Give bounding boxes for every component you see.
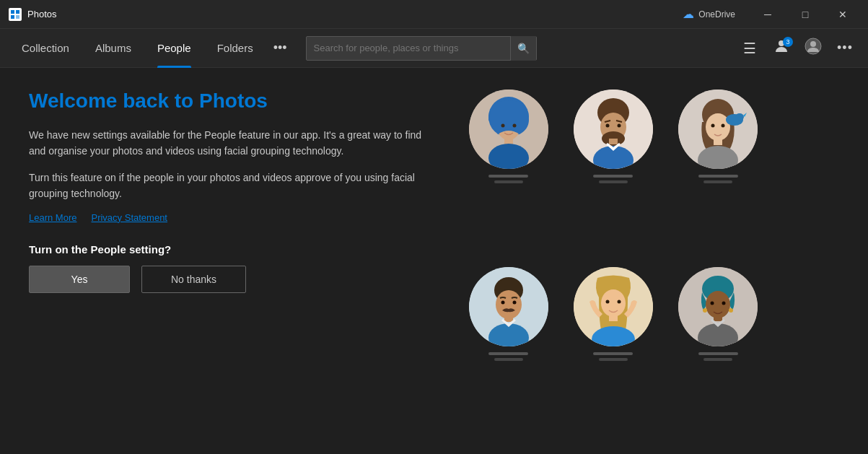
svg-point-31 — [711, 124, 715, 128]
setting-question: Turn on the People setting? — [29, 243, 433, 256]
avatar-lines-3 — [698, 175, 738, 183]
svg-point-39 — [512, 300, 516, 304]
svg-point-53 — [703, 308, 707, 313]
account-button[interactable] — [799, 34, 828, 63]
app-title: Photos — [27, 9, 56, 19]
main-content: Welcome back to Photos We have new setti… — [0, 68, 868, 454]
welcome-desc-2: Turn this feature on if the people in yo… — [29, 170, 433, 202]
svg-rect-2 — [11, 15, 14, 19]
avatar-card-3 — [672, 90, 765, 256]
no-thanks-button[interactable]: No thanks — [141, 266, 246, 293]
svg-point-38 — [501, 300, 504, 304]
welcome-title: Welcome back to Photos — [29, 90, 433, 113]
avatar-card-5 — [566, 267, 659, 433]
search-icon: 🔍 — [517, 43, 530, 54]
avatar-lines-2 — [593, 175, 633, 183]
svg-rect-43 — [609, 314, 618, 321]
left-panel: Welcome back to Photos We have new setti… — [29, 90, 433, 432]
svg-point-15 — [512, 124, 516, 128]
sort-icon: ☰ — [743, 40, 756, 57]
nav-right-icons: ☰ 3 3 ••• — [735, 34, 859, 63]
svg-point-26 — [706, 113, 730, 141]
avatar-lines-6 — [698, 352, 738, 361]
avatar-card-1 — [462, 90, 555, 256]
svg-rect-49 — [714, 315, 722, 321]
avatar-circle-3 — [678, 90, 758, 169]
avatar-circle-6 — [678, 267, 758, 346]
tab-folders[interactable]: Folders — [204, 29, 266, 68]
svg-point-35 — [496, 290, 522, 319]
account-icon — [805, 38, 822, 58]
svg-point-44 — [605, 300, 609, 303]
privacy-statement-link[interactable]: Privacy Statement — [91, 212, 167, 223]
svg-rect-20 — [609, 139, 618, 144]
svg-point-32 — [722, 124, 725, 128]
svg-point-30 — [735, 113, 744, 121]
avatar-card-6 — [672, 267, 765, 433]
onedrive-label: OneDrive — [698, 9, 735, 19]
title-bar-left: Photos — [9, 8, 56, 21]
app-icon — [9, 8, 22, 21]
people-icon-button[interactable]: 3 3 — [767, 34, 796, 63]
onedrive-area: ☁ OneDrive — [683, 7, 735, 21]
svg-rect-1 — [16, 10, 19, 14]
minimize-button[interactable]: ─ — [751, 3, 784, 26]
svg-point-14 — [501, 124, 504, 128]
avatar-lines-4 — [488, 352, 528, 361]
svg-point-8 — [810, 41, 816, 47]
title-bar: Photos ☁ OneDrive ─ □ ✕ — [0, 0, 868, 29]
svg-point-22 — [605, 124, 609, 128]
svg-rect-12 — [504, 137, 513, 144]
avatar-circle-1 — [469, 90, 548, 169]
tab-collection[interactable]: Collection — [9, 29, 82, 68]
svg-point-41 — [601, 289, 626, 317]
maximize-button[interactable]: □ — [789, 3, 822, 26]
action-buttons: Yes No thanks — [29, 266, 433, 293]
svg-point-54 — [729, 308, 733, 313]
links-row: Learn More Privacy Statement — [29, 212, 433, 223]
search-button[interactable]: 🔍 — [510, 36, 536, 61]
search-bar: 🔍 — [306, 36, 537, 61]
svg-rect-28 — [714, 138, 722, 145]
svg-point-23 — [617, 124, 621, 128]
avatar-card-4 — [462, 267, 555, 433]
svg-rect-3 — [16, 15, 19, 19]
avatar-circle-4 — [469, 267, 548, 346]
search-input[interactable] — [307, 43, 510, 53]
yes-button[interactable]: Yes — [29, 266, 130, 293]
svg-point-45 — [617, 300, 621, 303]
svg-point-51 — [711, 301, 714, 305]
close-button[interactable]: ✕ — [826, 3, 859, 26]
sort-icon-button[interactable]: ☰ — [735, 34, 764, 63]
tab-albums[interactable]: Albums — [82, 29, 144, 68]
avatar-circle-5 — [574, 267, 653, 346]
nav-bar: Collection Albums People Folders ••• 🔍 ☰… — [0, 29, 868, 68]
learn-more-link[interactable]: Learn More — [29, 212, 76, 223]
people-badge-count: 3 — [783, 37, 793, 47]
svg-rect-0 — [11, 10, 14, 14]
avatar-card-2 — [566, 90, 659, 256]
welcome-desc-1: We have new settings available for the P… — [29, 127, 433, 160]
svg-rect-36 — [504, 316, 513, 322]
avatar-lines-5 — [593, 352, 633, 361]
more-options-icon: ••• — [837, 40, 853, 56]
svg-point-52 — [722, 301, 726, 305]
svg-point-48 — [706, 291, 730, 318]
nav-more-button[interactable]: ••• — [266, 29, 294, 68]
onedrive-cloud-icon: ☁ — [683, 7, 694, 21]
avatar-lines-1 — [488, 175, 528, 183]
avatar-circle-2 — [574, 90, 653, 169]
title-bar-right: ☁ OneDrive ─ □ ✕ — [683, 3, 859, 26]
more-options-button[interactable]: ••• — [830, 34, 859, 63]
avatars-grid — [462, 90, 765, 432]
tab-people[interactable]: People — [144, 29, 204, 68]
